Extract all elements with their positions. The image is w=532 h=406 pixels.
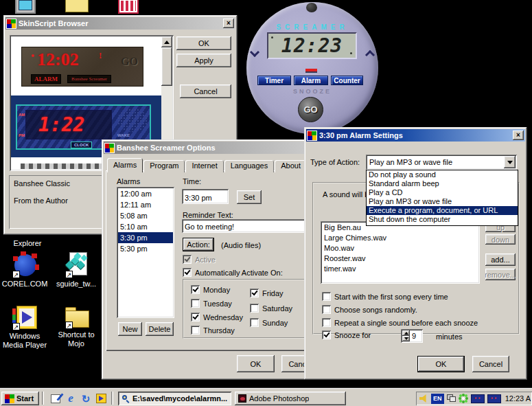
banshee-tray-clock-icon[interactable]: •• — [487, 394, 501, 403]
cancel-button[interactable]: Cancel — [180, 84, 231, 98]
options-titlebar[interactable]: Banshee Screamer Options — [104, 142, 323, 154]
chevron-up-icon[interactable] — [365, 50, 375, 60]
skin2-clock-label: CLOCK — [71, 142, 92, 148]
random-songs-checkbox[interactable] — [322, 305, 331, 314]
combobox-dropdown-button[interactable] — [504, 156, 516, 168]
songs-listbox[interactable]: Big Ben.au Large Chimes.wav Moo.wav Roos… — [321, 221, 480, 284]
monday-checkbox[interactable] — [191, 285, 200, 294]
skin-preview-banshee-classic[interactable]: 12:02 ! ALARM Banshee Screamer GO — [21, 47, 143, 87]
task-button-photoshop[interactable]: Adobe Photoshop — [235, 392, 346, 405]
dropdown-item[interactable]: Play a CD — [367, 188, 518, 197]
alarm-list-item[interactable]: 5:30 pm — [118, 243, 173, 254]
sunday-checkbox[interactable] — [250, 318, 259, 327]
ok-button[interactable]: OK — [417, 356, 465, 372]
alarm-list-item-selected[interactable]: 3:30 pm — [118, 232, 173, 243]
tab-alarms[interactable]: Alarms — [107, 158, 143, 172]
counter-button[interactable]: Counter — [331, 76, 363, 85]
thursday-checkbox[interactable] — [191, 326, 200, 335]
alarm-button[interactable]: Alarm — [294, 76, 328, 85]
ok-button[interactable]: OK — [176, 36, 231, 50]
dropdown-item[interactable]: Standard alarm beep — [367, 179, 518, 188]
set-time-button[interactable]: Set — [237, 190, 262, 204]
day-checkbox-row: Saturday — [250, 304, 292, 313]
go-button[interactable]: GO — [298, 97, 323, 122]
remove-song-button[interactable]: remove... — [485, 269, 516, 280]
desktop-icon-wmp[interactable]: ↗ Windows Media Player — [0, 304, 49, 350]
alarm-settings-titlebar[interactable]: 3:30 pm Alarm Settings × — [306, 129, 525, 142]
alarm-list-item[interactable]: 12:11 am — [118, 199, 173, 210]
alarms-list-label: Alarms — [117, 177, 140, 185]
task-button-explorer-alarmn[interactable]: E:\saved\mycode\alarmn... — [118, 392, 231, 405]
snooze-minutes-input[interactable] — [410, 330, 421, 341]
action-button[interactable]: Action: — [183, 238, 214, 251]
dropdown-item[interactable]: Shut down the computer — [367, 215, 518, 224]
friday-checkbox[interactable] — [250, 289, 259, 297]
alarms-listbox[interactable]: 12:00 am 12:11 am 5:08 am 5:10 am 3:30 p… — [117, 187, 174, 318]
alarm-list-item[interactable]: 5:08 am — [118, 210, 173, 221]
first-song-checkbox[interactable] — [322, 292, 331, 301]
spinner-down-button[interactable] — [402, 336, 410, 341]
song-list-item[interactable]: timer.wav — [322, 264, 478, 274]
banshee-tray-clock-icon[interactable]: •• — [471, 394, 485, 403]
dropdown-item[interactable]: Play an MP3 or wave file — [367, 197, 518, 206]
show-desktop-quicklaunch[interactable] — [49, 392, 62, 405]
apply-button[interactable]: Apply — [176, 54, 231, 67]
scrollbar-thumb[interactable] — [161, 47, 172, 86]
type-of-action-combobox[interactable]: Play an MP3 or wave file — [366, 155, 517, 170]
volume-icon[interactable] — [419, 394, 428, 403]
alarm-list-item[interactable]: 5:10 am — [118, 221, 173, 232]
tuesday-checkbox[interactable] — [191, 299, 200, 308]
song-list-item[interactable]: Moo.wav — [322, 243, 478, 253]
tab-program[interactable]: Program — [143, 160, 185, 172]
internet-explorer-quicklaunch[interactable]: e — [65, 392, 77, 405]
chevron-down-icon[interactable] — [250, 47, 259, 57]
snooze-checkbox[interactable] — [322, 330, 331, 339]
tray-clock[interactable]: 12:23 A — [505, 394, 531, 403]
red-app-icon-top[interactable] — [118, 0, 139, 14]
skin1-brand: Banshee Screamer — [67, 75, 111, 83]
close-icon[interactable]: × — [513, 131, 524, 140]
active-checkbox[interactable] — [183, 255, 192, 264]
song-list-item[interactable]: Rooster.wav — [322, 253, 478, 264]
language-indicator[interactable]: EN — [431, 394, 444, 404]
dropdown-item[interactable]: Do not play a sound — [367, 170, 518, 179]
auto-activate-checkbox[interactable] — [183, 268, 192, 277]
move-down-button[interactable]: down — [485, 234, 516, 245]
folder-icon-top[interactable] — [65, 0, 89, 12]
add-song-button[interactable]: add... — [485, 253, 516, 266]
tab-internet[interactable]: Internet — [185, 160, 223, 172]
delete-alarm-button[interactable]: Delete — [146, 322, 174, 336]
song-list-item[interactable]: Large Chimes.wav — [322, 233, 478, 243]
minutes-label: minutes — [436, 332, 463, 341]
tab-languages[interactable]: Languages — [224, 160, 274, 172]
start-button[interactable]: Start — [1, 392, 39, 405]
network-icon[interactable] — [447, 394, 456, 403]
media-player-quicklaunch[interactable] — [95, 392, 107, 405]
close-icon[interactable]: × — [223, 19, 234, 28]
tab-about[interactable]: About — [275, 160, 307, 172]
alarm-list-item[interactable]: 12:00 am — [118, 188, 173, 199]
ok-button[interactable]: OK — [237, 355, 275, 372]
timer-button[interactable]: Timer — [257, 76, 291, 85]
saturday-checkbox[interactable] — [250, 304, 259, 313]
cancel-button[interactable]: Cancel — [472, 356, 509, 372]
desktop-icon-corel[interactable]: ↗ COREL.COM — [0, 251, 49, 289]
spinner-up-button[interactable] — [402, 330, 410, 336]
skin2-pm-label: PM — [19, 133, 25, 137]
dropdown-item-highlighted[interactable]: Execute a program, document, or URL — [367, 206, 518, 215]
new-alarm-button[interactable]: New — [118, 322, 142, 336]
skinscript-titlebar[interactable]: SkinScript Browser × — [5, 17, 235, 30]
type-of-action-label: Type of Action: — [310, 158, 360, 166]
outlook-express-quicklaunch[interactable]: ↻ — [80, 392, 92, 405]
time-input[interactable] — [182, 189, 229, 204]
reminder-input[interactable] — [182, 219, 323, 233]
desktop-icon-explorer[interactable]: Explorer — [3, 237, 52, 248]
wednesday-checkbox[interactable] — [191, 313, 200, 322]
desktop-icon-mojo[interactable]: ↗ Shortcut to Mojo — [51, 304, 101, 348]
desktop-icon-sguide[interactable]: ↗ sguide_tw... — [51, 251, 101, 289]
repeat-sound-checkbox[interactable] — [322, 318, 331, 327]
my-computer-icon[interactable] — [15, 0, 36, 14]
icq-flower-icon[interactable] — [459, 394, 468, 403]
scroll-up-button[interactable] — [161, 36, 172, 47]
screamer-clock-widget[interactable]: SCREAMER 12:23 Timer Alarm Counter SNOOZ… — [246, 2, 378, 134]
